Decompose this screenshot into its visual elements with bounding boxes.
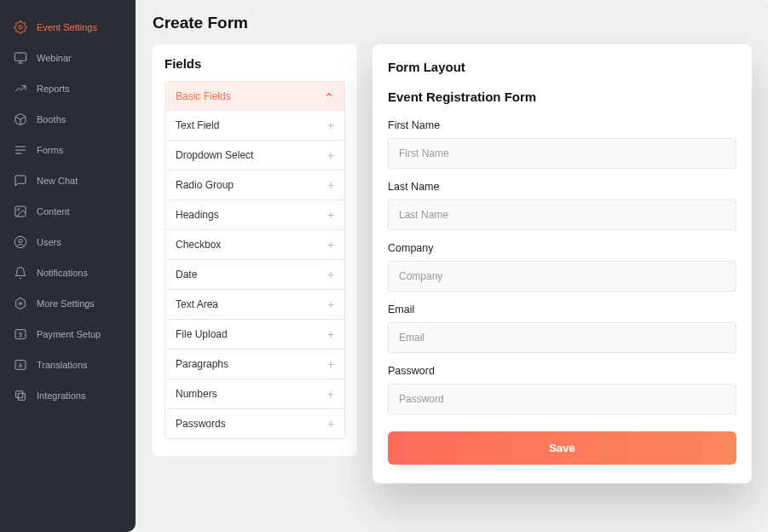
field-item-label: Dropdown Select	[176, 149, 253, 161]
field-item-label: Radio Group	[176, 179, 234, 191]
svg-rect-19	[18, 393, 25, 400]
field-item-paragraphs[interactable]: Paragraphs +	[165, 349, 344, 379]
company-label: Company	[388, 242, 736, 254]
plus-icon: +	[327, 357, 334, 371]
sidebar-item-new-chat[interactable]: New Chat	[0, 165, 136, 196]
first-name-input[interactable]	[388, 138, 736, 169]
field-item-text-area[interactable]: Text Area +	[165, 289, 344, 319]
sidebar: Event Settings Webinar Reports Booths Fo…	[0, 0, 136, 532]
sidebar-item-label: Payment Setup	[37, 329, 101, 339]
sidebar-item-event-settings[interactable]: Event Settings	[0, 12, 136, 43]
field-item-passwords[interactable]: Passwords +	[165, 408, 344, 438]
email-input[interactable]	[388, 322, 736, 353]
svg-marker-12	[16, 298, 26, 309]
field-item-text-field[interactable]: Text Field +	[165, 110, 344, 140]
svg-text:A: A	[19, 362, 23, 368]
form-group-first-name: First Name	[388, 119, 736, 169]
field-group-label: Basic Fields	[176, 90, 231, 102]
plus-icon: +	[327, 178, 334, 192]
sidebar-item-label: Content	[37, 206, 70, 217]
image-icon	[14, 205, 27, 218]
sidebar-item-label: Integrations	[37, 390, 85, 401]
field-item-dropdown-select[interactable]: Dropdown Select +	[165, 140, 344, 170]
main-content: Create Form Fields Basic Fields Text Fie…	[136, 0, 768, 532]
hex-icon	[14, 297, 27, 310]
page-title: Create Form	[153, 14, 752, 32]
last-name-label: Last Name	[388, 181, 736, 193]
user-icon	[14, 235, 27, 249]
field-item-headings[interactable]: Headings +	[165, 200, 344, 229]
form-group-last-name: Last Name	[388, 181, 736, 230]
form-group-company: Company	[388, 242, 736, 292]
bell-icon	[14, 266, 27, 280]
sidebar-item-label: More Settings	[37, 298, 95, 309]
field-list: Basic Fields Text Field + Dropdown Selec…	[165, 81, 345, 439]
sidebar-item-integrations[interactable]: Integrations	[0, 380, 136, 411]
fields-panel: Fields Basic Fields Text Field + Dropdow…	[153, 44, 357, 456]
layers-icon	[14, 389, 27, 402]
form-title: Event Registration Form	[388, 90, 736, 104]
field-item-label: Text Area	[176, 298, 218, 310]
password-label: Password	[388, 365, 736, 377]
sidebar-item-payment-setup[interactable]: $ Payment Setup	[0, 319, 136, 350]
sidebar-item-label: Event Settings	[37, 22, 97, 32]
fields-panel-title: Fields	[165, 56, 345, 71]
plus-icon: +	[327, 148, 334, 162]
svg-rect-1	[14, 53, 26, 61]
sidebar-item-forms[interactable]: Forms	[0, 135, 136, 165]
last-name-input[interactable]	[388, 200, 736, 230]
cube-icon	[14, 113, 27, 126]
svg-point-0	[19, 26, 22, 29]
monitor-icon	[14, 51, 27, 65]
plus-icon: +	[327, 268, 334, 281]
svg-point-13	[20, 303, 22, 305]
gear-icon	[14, 20, 27, 34]
email-label: Email	[388, 304, 736, 315]
chat-icon	[14, 174, 27, 188]
field-item-label: Numbers	[176, 388, 217, 400]
plus-icon: +	[327, 298, 334, 311]
svg-point-10	[14, 236, 26, 247]
sidebar-item-notifications[interactable]: Notifications	[0, 257, 136, 288]
sidebar-item-translations[interactable]: A Translations	[0, 350, 136, 380]
sidebar-item-label: Notifications	[37, 268, 88, 278]
sidebar-item-users[interactable]: Users	[0, 227, 136, 257]
layout-panel: Form Layout Event Registration Form Firs…	[372, 44, 752, 483]
chart-icon	[14, 82, 27, 95]
sidebar-item-label: Users	[37, 237, 61, 247]
sidebar-item-more-settings[interactable]: More Settings	[0, 288, 136, 319]
company-input[interactable]	[388, 261, 736, 292]
field-item-radio-group[interactable]: Radio Group +	[165, 170, 344, 200]
form-group-password: Password	[388, 365, 736, 414]
sidebar-item-webinar[interactable]: Webinar	[0, 43, 136, 73]
plus-icon: +	[327, 238, 334, 252]
sidebar-item-label: Booths	[37, 114, 66, 124]
field-item-label: Passwords	[176, 418, 226, 430]
dollar-icon: $	[14, 327, 27, 341]
field-item-label: Date	[176, 269, 197, 280]
sidebar-item-booths[interactable]: Booths	[0, 104, 136, 135]
field-item-label: Text Field	[176, 119, 219, 131]
plus-icon: +	[327, 417, 334, 431]
save-button[interactable]: Save	[388, 431, 736, 465]
plus-icon: +	[327, 208, 334, 222]
svg-point-11	[19, 240, 22, 243]
field-item-file-upload[interactable]: File Upload +	[165, 319, 344, 349]
sidebar-item-reports[interactable]: Reports	[0, 73, 136, 104]
svg-rect-18	[16, 391, 23, 398]
form-group-email: Email	[388, 304, 736, 353]
plus-icon: +	[327, 327, 334, 341]
field-item-checkbox[interactable]: Checkbox +	[165, 229, 344, 259]
field-item-label: Paragraphs	[176, 358, 228, 370]
sidebar-item-content[interactable]: Content	[0, 196, 136, 227]
plus-icon: +	[327, 119, 334, 132]
plus-icon: +	[327, 387, 334, 401]
field-item-date[interactable]: Date +	[165, 259, 344, 289]
chevron-up-icon	[324, 90, 334, 102]
first-name-label: First Name	[388, 119, 736, 131]
field-item-numbers[interactable]: Numbers +	[165, 379, 344, 408]
field-item-label: Headings	[176, 209, 219, 221]
layout-panel-title: Form Layout	[388, 60, 736, 74]
password-input[interactable]	[388, 384, 736, 414]
field-group-header[interactable]: Basic Fields	[165, 82, 344, 110]
